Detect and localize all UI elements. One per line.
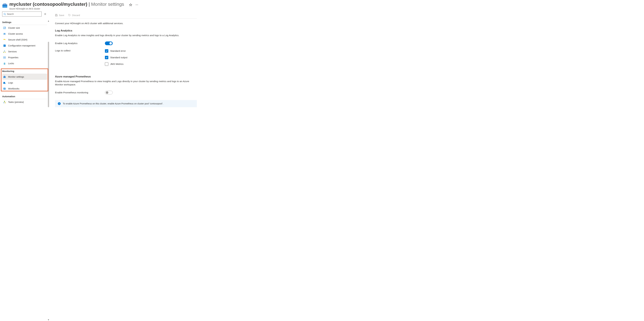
people-icon [3, 32, 6, 35]
sidebar-item-tasks-preview-[interactable]: Tasks (preview) [2, 99, 47, 105]
workbook-icon [3, 87, 6, 90]
sidebar-item-label: Configuration management [8, 44, 36, 47]
svg-rect-16 [5, 39, 6, 40]
sidebar-item-label: Cluster size [8, 27, 20, 29]
log-analytics-title: Log Analytics [55, 29, 638, 32]
checkbox-standard-output[interactable] [105, 56, 108, 59]
sidebar-item-services[interactable]: Services [2, 48, 47, 54]
svg-rect-37 [56, 15, 57, 16]
info-icon [58, 102, 61, 105]
sidebar-item-properties[interactable]: Properties [2, 54, 47, 60]
svg-point-6 [138, 5, 138, 5]
svg-point-4 [136, 5, 136, 5]
sidebar-item-workbooks[interactable]: Workbooks [2, 86, 47, 92]
svg-rect-40 [59, 103, 60, 104]
page-title: mycluster (contosopool/mycluster) | Moni… [9, 2, 124, 7]
checkbox-label: Standard error [110, 50, 126, 52]
svg-rect-24 [4, 63, 5, 64]
svg-marker-9 [48, 20, 49, 22]
scroll-up-arrow[interactable] [48, 20, 49, 21]
prometheus-info-banner: To enable Azure Prometheus on this clust… [55, 100, 197, 107]
sidebar-item-label: Locks [8, 62, 14, 65]
svg-marker-3 [129, 4, 132, 6]
command-bar: Save Discard [55, 10, 638, 18]
enable-log-analytics-toggle[interactable] [105, 42, 113, 45]
sidebar-search[interactable] [2, 12, 42, 16]
svg-rect-17 [4, 44, 6, 47]
sidebar-item-configuration-management[interactable]: Configuration management [2, 43, 47, 48]
key-icon [3, 38, 6, 41]
svg-rect-19 [4, 52, 4, 53]
more-icon[interactable] [135, 3, 138, 6]
discard-button[interactable]: Discard [68, 14, 80, 16]
sidebar-item-monitor-settings[interactable]: Monitor settings [2, 74, 47, 80]
prometheus-desc: Enable Azure managed Prometheus to view … [55, 80, 197, 86]
svg-rect-23 [5, 56, 6, 58]
sidebar-item-secure-shell-ssh-[interactable]: Secure shell (SSH) [2, 37, 47, 43]
svg-rect-20 [5, 52, 6, 53]
scroll-down-arrow[interactable] [48, 318, 49, 320]
enable-log-analytics-label: Enable Log Analytics [55, 42, 105, 45]
intro-text: Connect your HDInsight on AKS cluster wi… [55, 22, 638, 25]
svg-point-13 [5, 33, 6, 34]
save-icon [55, 14, 58, 16]
log-analytics-desc: Enable Log Analytics to view insights an… [55, 34, 197, 37]
sidebar-item-label: Secure shell (SSH) [8, 38, 27, 41]
nav-group-monitoring: Monitoring [2, 69, 47, 74]
sidebar-item-locks[interactable]: Locks [2, 60, 47, 66]
sidebar-item-label: Monitor settings [8, 76, 24, 78]
checkbox-jmx-metrics[interactable] [105, 62, 108, 66]
sidebar-item-label: Tasks (preview) [8, 101, 24, 103]
prometheus-info-text: To enable Azure Prometheus on this clust… [63, 102, 163, 105]
svg-line-8 [5, 14, 6, 15]
search-icon [4, 13, 6, 15]
monitor-icon [3, 76, 6, 78]
checkbox-label: JMX Metrics [110, 63, 124, 66]
scale-icon [3, 26, 6, 29]
sidebar-item-logs[interactable]: Logs [2, 80, 47, 86]
svg-rect-22 [4, 56, 5, 58]
sidebar-item-label: Workbooks [8, 88, 19, 90]
svg-marker-10 [48, 320, 49, 320]
svg-rect-18 [4, 50, 5, 51]
svg-rect-21 [4, 56, 4, 58]
favorite-star-icon[interactable] [129, 3, 132, 6]
save-button[interactable]: Save [55, 14, 64, 16]
sidebar-item-label: Properties [8, 56, 18, 59]
resource-icon [2, 2, 8, 8]
enable-prometheus-toggle[interactable] [105, 91, 113, 94]
prometheus-title: Azure managed Prometheus [55, 75, 638, 78]
sidebar: SettingsCluster sizeCluster accessSecure… [0, 10, 48, 321]
svg-rect-33 [4, 101, 5, 102]
collapse-sidebar-button[interactable] [44, 12, 46, 16]
lock-icon [3, 62, 6, 65]
svg-rect-36 [56, 14, 56, 15]
sidebar-item-cluster-access[interactable]: Cluster access [2, 31, 47, 37]
svg-point-39 [59, 103, 60, 103]
nav-group-settings: Settings [2, 20, 47, 24]
checkbox-standard-error[interactable] [105, 49, 108, 53]
sidebar-item-label: Services [8, 50, 17, 53]
logs-icon [3, 81, 6, 84]
svg-rect-31 [5, 83, 5, 84]
svg-rect-30 [5, 83, 5, 83]
scrollbar-thumb[interactable] [48, 42, 49, 107]
sidebar-item-label: Logs [8, 82, 13, 84]
hierarchy-icon [3, 50, 6, 53]
svg-rect-35 [5, 102, 6, 103]
svg-rect-34 [4, 102, 4, 103]
nav-group-automation: Automation [2, 94, 47, 99]
main-content: Save Discard Connect your HDInsight on A… [48, 10, 644, 321]
properties-icon [3, 56, 6, 59]
checklist-icon [3, 44, 6, 47]
svg-point-5 [137, 5, 137, 5]
enable-prometheus-label: Enable Prometheus monitoring [55, 91, 105, 94]
discard-icon [68, 14, 71, 16]
logs-to-collect-label: Logs to collect [55, 49, 105, 52]
svg-rect-27 [4, 76, 5, 76]
checkbox-label: Standard output [110, 56, 127, 59]
sidebar-item-cluster-size[interactable]: Cluster size [2, 25, 47, 31]
sidebar-item-label: Cluster access [8, 32, 23, 35]
search-input[interactable] [7, 13, 40, 15]
tasks-icon [3, 101, 6, 104]
